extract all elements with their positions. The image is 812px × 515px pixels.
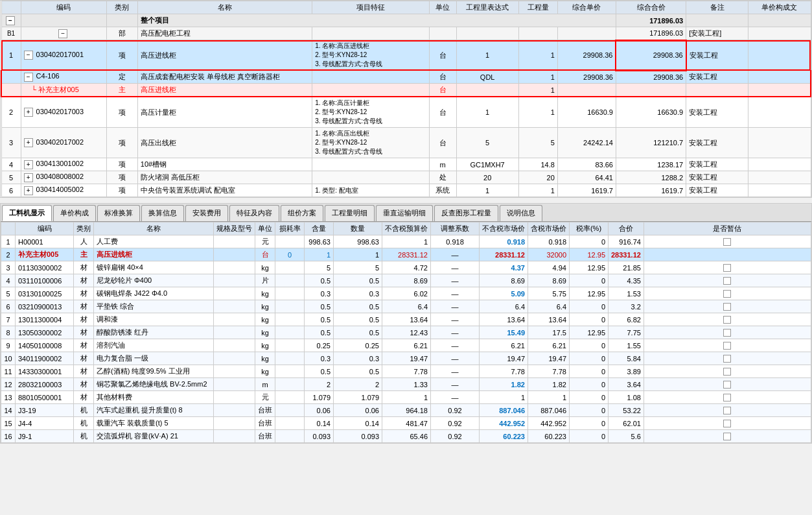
row3-expand-icon[interactable]: + (24, 138, 33, 147)
tmp-checkbox[interactable] (723, 290, 731, 298)
tab-9[interactable]: 反查图形工程量 (434, 205, 498, 221)
tmp-checkbox[interactable] (723, 264, 731, 272)
brow-istmp[interactable] (644, 404, 811, 417)
bottom-table-row[interactable]: 14J3-19机汽车式起重机 提升质量(t) 8台班0.060.06964.18… (1, 404, 811, 417)
bottom-table-row[interactable]: 2补充主材005主高压进线柜台01128331.12—28331.1232000… (1, 248, 811, 261)
tab-3[interactable]: 换算信息 (141, 205, 184, 221)
row2-expand[interactable]: + 030402017003 (21, 97, 106, 128)
tmp-checkbox[interactable] (723, 394, 731, 401)
bottom-table-row[interactable]: 16J9-1机交流弧焊机 容量(kV·A) 21台班0.0930.09365.4… (1, 430, 811, 443)
tmp-checkbox[interactable] (723, 238, 731, 246)
bottom-table-row[interactable]: 603210900013材平垫铁 综合kg0.50.56.4—6.46.403.… (1, 300, 811, 313)
tmp-checkbox[interactable] (723, 303, 731, 311)
brow-istmp[interactable] (644, 430, 811, 443)
tab-6[interactable]: 组价方案 (281, 205, 323, 221)
row5-expand[interactable]: + 030408008002 (21, 171, 106, 184)
bottom-table-row[interactable]: 503130100025材碳钢电焊条 J422 Φ4.0kg0.30.36.02… (1, 287, 811, 300)
row2-expand-icon[interactable]: + (24, 108, 33, 117)
brow-type: 机 (74, 404, 94, 417)
tmp-checkbox[interactable] (723, 381, 731, 389)
brow-istmp[interactable] (644, 235, 811, 248)
brow-istmp[interactable] (644, 313, 811, 326)
tab-0[interactable]: 工料机显示 (2, 205, 52, 221)
tmp-checkbox[interactable] (723, 277, 731, 285)
brow-istmp[interactable] (644, 274, 811, 287)
row1-expand[interactable]: − 030402017001 (21, 40, 106, 71)
bottom-table-row[interactable]: 914050100008材溶剂汽油kg0.250.256.21—6.216.21… (1, 339, 811, 352)
tab-1[interactable]: 单价构成 (53, 205, 96, 221)
bottom-table-row[interactable]: 403110100006材尼龙砂轮片 Φ400片0.50.58.69—8.698… (1, 274, 811, 287)
brow-istmp[interactable] (644, 391, 811, 404)
brow-istmp[interactable] (644, 287, 811, 300)
row3-unit: 台 (429, 128, 456, 158)
row4-type: 项 (106, 158, 137, 171)
bottom-table-row[interactable]: 1114330300001材乙醇(酒精) 纯度99.5% 工业用kg0.50.5… (1, 365, 811, 378)
tmp-checkbox[interactable] (723, 355, 731, 363)
row6-expand-icon[interactable]: + (24, 186, 33, 195)
bottom-table-row[interactable]: 1034011900002材电力复合脂 一级kg0.30.319.47—19.4… (1, 352, 811, 365)
row3-name: 高压出线柜 (137, 128, 312, 158)
bottom-table-row[interactable]: 15J4-4机载重汽车 装载质量(t) 5台班0.140.14481.470.9… (1, 417, 811, 430)
row4-expand-icon[interactable]: + (24, 160, 33, 169)
brow-mktin: 887.046 (528, 404, 570, 417)
tmp-checkbox[interactable] (723, 329, 731, 337)
row3-note: 安装工程 (686, 128, 748, 158)
bcol-mktex: 不含税市场价 (480, 222, 528, 235)
brow-name: 汽车式起重机 提升质量(t) 8 (94, 404, 214, 417)
row5-expand-icon[interactable]: + (24, 173, 33, 182)
brow-budprice: 6.21 (382, 339, 431, 352)
brow-istmp[interactable] (644, 261, 811, 274)
bottom-table-row[interactable]: 713011300004材调和漆kg0.50.513.64—13.6413.64… (1, 313, 811, 326)
bcol-mktin: 含税市场价 (528, 222, 570, 235)
row1-note: 安装工程 (686, 40, 748, 71)
b1-expand-icon[interactable]: − (58, 29, 67, 38)
total-expand[interactable]: − (1, 14, 21, 27)
tmp-checkbox[interactable] (723, 433, 731, 440)
rowc4-expand-icon[interactable]: − (24, 73, 33, 82)
tab-10[interactable]: 说明信息 (500, 205, 542, 221)
brow-istmp[interactable] (644, 417, 811, 430)
tab-4[interactable]: 安装费用 (185, 205, 228, 221)
rowc4-expand[interactable]: − C4-106 (21, 71, 106, 84)
brow-istmp[interactable] (644, 378, 811, 391)
tmp-checkbox[interactable] (723, 420, 731, 427)
row4-expand[interactable]: + 030413001002 (21, 158, 106, 171)
tmp-checkbox[interactable] (723, 407, 731, 414)
b1-totalprice: 171896.03 (616, 27, 686, 40)
tmp-checkbox[interactable] (723, 368, 731, 376)
tab-2[interactable]: 标准换算 (97, 205, 140, 221)
bottom-table-row[interactable]: 1H00001人人工费元998.63998.6310.9180.9180.918… (1, 235, 811, 248)
brow-total: 6.82 (609, 313, 644, 326)
bottom-table-row[interactable]: 813050300002材醇酸防锈漆 红丹kg0.50.512.43—15.49… (1, 326, 811, 339)
bottom-table-row[interactable]: 1228032100003材铜芯聚氯乙烯绝缘电线 BV-2.5mm2m221.3… (1, 378, 811, 391)
row6-note: 安装工程 (686, 184, 748, 197)
tab-8[interactable]: 垂直运输明细 (376, 205, 433, 221)
brow-istmp[interactable] (644, 339, 811, 352)
row1-expand-icon[interactable]: − (24, 51, 33, 60)
brow-istmp[interactable] (644, 352, 811, 365)
tmp-checkbox[interactable] (723, 342, 731, 350)
tmp-checkbox[interactable] (723, 316, 731, 324)
row6-expand[interactable]: + 030414005002 (21, 184, 106, 197)
bottom-table-row[interactable]: 1388010500001材其他材料费元1.0791.0791—1101.08 (1, 391, 811, 404)
brow-istmp[interactable] (644, 326, 811, 339)
tab-7[interactable]: 工程量明细 (325, 205, 375, 221)
brow-istmp[interactable] (644, 300, 811, 313)
brow-code: 补充主材005 (16, 248, 74, 261)
tab-5[interactable]: 特征及内容 (229, 205, 279, 221)
brow-qty: 1.079 (334, 391, 382, 404)
brow-istmp[interactable] (644, 248, 811, 261)
expand-icon[interactable]: − (6, 16, 15, 25)
brow-istmp[interactable] (644, 365, 811, 378)
b1-note: [安装工程] (686, 27, 748, 40)
bottom-table-row[interactable]: 301130300002材镀锌扁钢 40×4kg554.72—4.374.941… (1, 261, 811, 274)
brow-mktex: 887.046 (480, 404, 528, 417)
b1-expand[interactable]: − (21, 27, 106, 40)
brow-tax: 12.95 (570, 248, 609, 261)
col-qty: 工程量 (518, 1, 557, 14)
brow-unit: kg (255, 352, 275, 365)
row3-expand[interactable]: + 030402017002 (21, 128, 106, 158)
brow-total: 5.6 (609, 430, 644, 443)
total-note (686, 14, 748, 27)
brow-type: 机 (74, 430, 94, 443)
